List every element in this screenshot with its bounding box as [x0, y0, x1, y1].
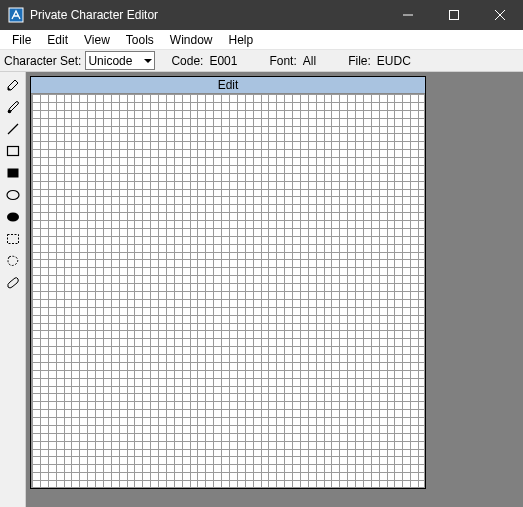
charset-select[interactable]: Unicode [85, 51, 155, 70]
file-value: EUDC [375, 54, 415, 68]
eraser-tool-icon [5, 275, 21, 291]
line-tool-button[interactable] [2, 118, 24, 140]
canvas-area: Edit [26, 72, 426, 507]
right-fill [426, 72, 523, 507]
menu-file[interactable]: File [4, 31, 39, 49]
code-value: E001 [207, 54, 241, 68]
font-value: All [301, 54, 320, 68]
svg-rect-11 [7, 235, 18, 244]
ellipse-fill-tool-button[interactable] [2, 206, 24, 228]
line-tool-icon [5, 121, 21, 137]
freeform-select-tool-icon [5, 253, 21, 269]
rect-outline-tool-button[interactable] [2, 140, 24, 162]
svg-point-10 [7, 213, 19, 222]
character-grid[interactable] [31, 94, 425, 488]
canvas-header: Edit [31, 77, 425, 94]
edit-panel: Edit [30, 76, 426, 489]
pencil-tool-button[interactable] [2, 74, 24, 96]
eraser-tool-button[interactable] [2, 272, 24, 294]
rect-fill-tool-icon [5, 165, 21, 181]
ellipse-outline-tool-button[interactable] [2, 184, 24, 206]
rect-select-tool-button[interactable] [2, 228, 24, 250]
pencil-tool-icon [5, 77, 21, 93]
menu-window[interactable]: Window [162, 31, 221, 49]
window-title: Private Character Editor [30, 8, 158, 22]
ellipse-fill-tool-icon [5, 209, 21, 225]
freeform-select-tool-button[interactable] [2, 250, 24, 272]
rect-outline-tool-icon [5, 143, 21, 159]
menu-edit[interactable]: Edit [39, 31, 76, 49]
maximize-button[interactable] [431, 0, 477, 30]
brush-tool-icon [5, 99, 21, 115]
svg-point-5 [7, 110, 11, 114]
svg-point-9 [7, 191, 19, 200]
toolbox [0, 72, 26, 507]
code-label: Code: [169, 54, 205, 68]
ellipse-outline-tool-icon [5, 187, 21, 203]
app-icon [8, 7, 24, 23]
svg-rect-2 [450, 11, 459, 20]
font-label: Font: [267, 54, 298, 68]
brush-tool-button[interactable] [2, 96, 24, 118]
infobar: Character Set: Unicode Code: E001 Font: … [0, 50, 523, 72]
workarea: Edit [0, 72, 523, 507]
svg-rect-8 [7, 169, 18, 178]
charset-label: Character Set: [2, 54, 83, 68]
minimize-button[interactable] [385, 0, 431, 30]
rect-select-tool-icon [5, 231, 21, 247]
menubar: File Edit View Tools Window Help [0, 30, 523, 50]
menu-help[interactable]: Help [221, 31, 262, 49]
close-button[interactable] [477, 0, 523, 30]
svg-rect-7 [7, 147, 18, 156]
titlebar: Private Character Editor [0, 0, 523, 30]
menu-tools[interactable]: Tools [118, 31, 162, 49]
menu-view[interactable]: View [76, 31, 118, 49]
charset-value: Unicode [88, 54, 132, 68]
rect-fill-tool-button[interactable] [2, 162, 24, 184]
file-label: File: [346, 54, 373, 68]
svg-line-6 [8, 124, 18, 134]
